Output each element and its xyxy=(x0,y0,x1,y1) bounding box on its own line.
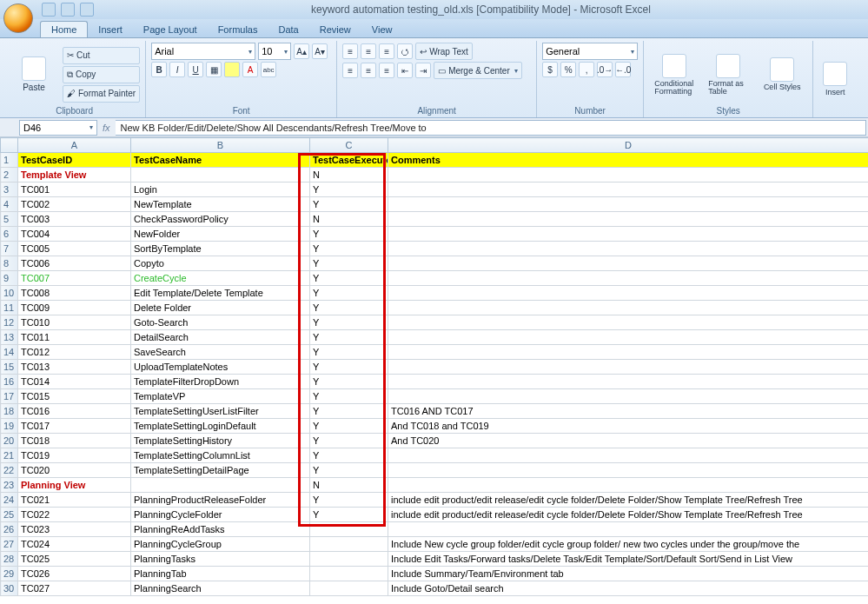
orientation-button[interactable]: ⭯ xyxy=(397,43,413,59)
cell[interactable]: TC026 xyxy=(18,567,131,581)
cell[interactable]: TC005 xyxy=(18,242,131,256)
row-header[interactable]: 5 xyxy=(1,212,18,227)
cut-button[interactable]: ✂Cut xyxy=(63,47,140,64)
cell[interactable]: Delete Folder xyxy=(131,301,310,315)
cell[interactable] xyxy=(388,197,869,212)
cell[interactable]: PlanningReAddTasks xyxy=(131,522,310,537)
formula-input[interactable]: New KB Folder/Edit/Delete/Show All Desce… xyxy=(116,120,866,136)
select-all-corner[interactable] xyxy=(1,138,18,153)
align-top-button[interactable]: ≡ xyxy=(342,43,358,59)
cell[interactable]: Login xyxy=(131,183,310,197)
tab-view[interactable]: View xyxy=(361,22,403,37)
font-name-dropdown[interactable]: Arial▾ xyxy=(151,43,255,60)
cell[interactable]: Include New cycle group folder/edit cycl… xyxy=(388,537,869,552)
cell[interactable]: include edit product/edit release/edit c… xyxy=(388,493,869,508)
cell[interactable]: include edit product/edit release/edit c… xyxy=(388,508,869,522)
tab-home[interactable]: Home xyxy=(40,21,88,37)
align-left-button[interactable]: ≡ xyxy=(342,63,358,78)
cell[interactable] xyxy=(388,389,869,404)
row-header[interactable]: 23 xyxy=(1,478,18,493)
cell[interactable]: TemplateVP xyxy=(131,389,310,404)
cell[interactable]: PlanningTasks xyxy=(131,552,310,567)
cell[interactable]: Y xyxy=(310,242,388,256)
cell[interactable]: Planning View xyxy=(18,478,131,493)
row-header[interactable]: 28 xyxy=(1,552,18,567)
paste-button[interactable]: Paste xyxy=(9,55,59,94)
row-header[interactable]: 29 xyxy=(1,567,18,581)
cell[interactable] xyxy=(310,552,388,567)
cell[interactable]: Y xyxy=(310,286,388,301)
number-format-dropdown[interactable]: General▾ xyxy=(542,43,638,60)
row-header[interactable]: 8 xyxy=(1,256,18,271)
border-button[interactable]: ▦ xyxy=(206,62,222,77)
font-color-button[interactable]: A xyxy=(242,62,258,77)
cell[interactable]: TemplateSettingHistory xyxy=(131,434,310,448)
cell[interactable]: TC023 xyxy=(18,522,131,537)
cell[interactable]: Y xyxy=(310,463,388,478)
cell[interactable] xyxy=(388,183,869,197)
cell[interactable]: TemplateSettingUserListFilter xyxy=(131,404,310,419)
cell[interactable]: TC006 xyxy=(18,256,131,271)
cell[interactable] xyxy=(388,256,869,271)
row-header[interactable]: 10 xyxy=(1,286,18,301)
underline-button[interactable]: U xyxy=(188,62,203,77)
increase-decimal-button[interactable]: .0→ xyxy=(597,62,613,77)
cell[interactable] xyxy=(310,567,388,581)
cell[interactable]: TC003 xyxy=(18,212,131,227)
col-header-C[interactable]: C xyxy=(310,138,388,153)
cell[interactable]: TestCaseName xyxy=(131,153,310,168)
row-header[interactable]: 25 xyxy=(1,508,18,522)
cell[interactable]: TC013 xyxy=(18,360,131,375)
cell[interactable] xyxy=(131,168,310,183)
redo-icon[interactable] xyxy=(80,3,94,17)
row-header[interactable]: 12 xyxy=(1,315,18,330)
cell[interactable] xyxy=(388,242,869,256)
cell[interactable]: Y xyxy=(310,227,388,242)
cell[interactable]: Include Edit Tasks/Forward tasks/Delete … xyxy=(388,552,869,567)
col-header-A[interactable]: A xyxy=(18,138,131,153)
cell[interactable] xyxy=(388,330,869,345)
cell[interactable]: N xyxy=(310,478,388,493)
cell[interactable]: TC001 xyxy=(18,183,131,197)
grow-font-button[interactable]: A▴ xyxy=(294,43,309,59)
tab-review[interactable]: Review xyxy=(309,22,361,37)
fill-color-button[interactable] xyxy=(224,62,240,77)
cell[interactable]: NewTemplate xyxy=(131,197,310,212)
cell[interactable]: TC019 xyxy=(18,448,131,463)
cell[interactable]: Y xyxy=(310,330,388,345)
cell[interactable]: TC011 xyxy=(18,330,131,345)
row-header[interactable]: 19 xyxy=(1,419,18,434)
cell-styles-button[interactable]: Cell Styles xyxy=(757,56,807,93)
decrease-indent-button[interactable]: ⇤ xyxy=(397,63,413,78)
align-bottom-button[interactable]: ≡ xyxy=(379,43,394,59)
cell[interactable]: TC016 xyxy=(18,404,131,419)
wrap-text-button[interactable]: ↩Wrap Text xyxy=(415,43,473,60)
cell[interactable]: Y xyxy=(310,508,388,522)
cell[interactable]: Y xyxy=(310,493,388,508)
bold-button[interactable]: B xyxy=(151,62,167,77)
merge-center-button[interactable]: ▭Merge & Center▾ xyxy=(434,62,522,79)
align-middle-button[interactable]: ≡ xyxy=(361,43,376,59)
tab-data[interactable]: Data xyxy=(268,22,308,37)
cell[interactable]: SaveSearch xyxy=(131,345,310,360)
cell[interactable]: TC012 xyxy=(18,345,131,360)
cell[interactable] xyxy=(388,463,869,478)
cell[interactable]: Y xyxy=(310,301,388,315)
cell[interactable]: TC008 xyxy=(18,286,131,301)
row-header[interactable]: 4 xyxy=(1,197,18,212)
font-size-dropdown[interactable]: 10▾ xyxy=(258,43,291,60)
cell[interactable]: Edit Template/Delete Template xyxy=(131,286,310,301)
cell[interactable]: CheckPasswordPolicy xyxy=(131,212,310,227)
cell[interactable] xyxy=(388,271,869,286)
row-header[interactable]: 27 xyxy=(1,537,18,552)
format-painter-button[interactable]: 🖌Format Painter xyxy=(63,85,140,103)
cell[interactable] xyxy=(388,301,869,315)
cell[interactable]: N xyxy=(310,168,388,183)
cell[interactable] xyxy=(310,522,388,537)
row-header[interactable]: 14 xyxy=(1,345,18,360)
row-header[interactable]: 3 xyxy=(1,183,18,197)
row-header[interactable]: 2 xyxy=(1,168,18,183)
cell[interactable]: NewFolder xyxy=(131,227,310,242)
cell[interactable] xyxy=(310,581,388,596)
cell[interactable]: TC017 xyxy=(18,419,131,434)
